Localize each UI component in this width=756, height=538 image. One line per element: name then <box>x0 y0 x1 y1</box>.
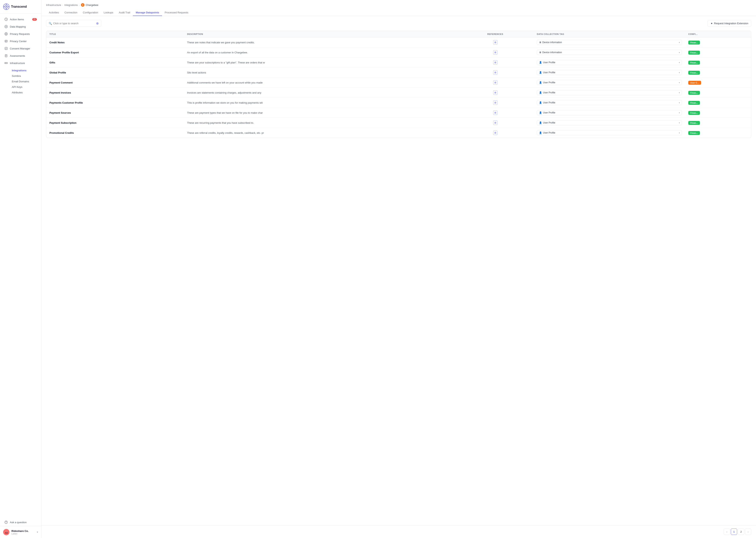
tab-connection[interactable]: Connection <box>62 10 80 16</box>
pagination-page-1[interactable]: 1 <box>731 528 737 535</box>
breadcrumb: Infrastructure › Integrations › C Charge… <box>46 3 751 7</box>
sidebar-item-privacy-center[interactable]: Privacy Center <box>1 38 40 45</box>
row-title: Payment Subscription <box>46 118 184 128</box>
pagination-prev[interactable]: ‹ <box>724 528 730 535</box>
sidebar-sub-api-keys[interactable]: API Keys <box>10 84 40 90</box>
reference-icon[interactable]: ⊞ <box>493 81 497 85</box>
ask-question-label: Ask a question <box>10 521 26 524</box>
reference-icon[interactable]: ⊞ <box>493 131 497 135</box>
search-input[interactable] <box>53 22 95 25</box>
config-badge[interactable]: Finan... <box>688 51 700 55</box>
table-row: Customer Profile Export An export of all… <box>46 47 751 58</box>
row-tag: 🖥 Device information ▾ <box>534 47 685 58</box>
row-description: An export of all the data on a customer … <box>184 47 457 58</box>
tab-manage-datapoints[interactable]: Manage Datapoints <box>133 10 162 16</box>
tab-configuration[interactable]: Configuration <box>80 10 101 16</box>
reference-icon[interactable]: ⊞ <box>493 40 497 44</box>
add-filter-button[interactable]: ⊕ <box>96 22 99 25</box>
config-badge[interactable]: Finan... <box>688 40 700 44</box>
config-badge[interactable]: Finan... <box>688 121 700 125</box>
sparkles-icon: ✦ <box>711 22 713 25</box>
reference-icon[interactable]: ⊞ <box>493 100 497 105</box>
row-title: Credit Notes <box>46 37 184 47</box>
tag-select-dropdown[interactable]: 👤 User Profile ▾ <box>537 110 682 115</box>
user-info: Rideshare Co. Ladan <box>11 529 35 535</box>
reference-icon[interactable]: ⊞ <box>493 90 497 95</box>
tag-icon: 👤 <box>539 71 542 74</box>
reference-icon[interactable]: ⊞ <box>493 121 497 125</box>
tag-icon: 👤 <box>539 61 542 64</box>
tab-audit-trail[interactable]: Audit Trail <box>116 10 133 16</box>
sidebar-item-action-items[interactable]: Action Items 21 <box>1 16 40 23</box>
tab-processed-requests[interactable]: Processed Requests <box>162 10 191 16</box>
tag-icon: 👤 <box>539 101 542 104</box>
reference-icon[interactable]: ⊞ <box>493 111 497 115</box>
row-tag: 👤 User Profile ▾ <box>534 68 685 78</box>
sidebar-item-consent-manager[interactable]: Consent Manager <box>1 45 40 52</box>
tab-lookups[interactable]: Lookups <box>101 10 116 16</box>
infrastructure-icon <box>4 61 8 65</box>
tag-label: User Profile <box>543 121 555 124</box>
sidebar-item-infrastructure[interactable]: Infrastructure <box>1 60 40 67</box>
tag-select-dropdown[interactable]: 👤 User Profile ▾ <box>537 90 682 95</box>
config-badge[interactable]: Finan... <box>688 131 700 135</box>
svg-point-16 <box>6 523 6 523</box>
breadcrumb-infrastructure[interactable]: Infrastructure <box>46 4 61 7</box>
tag-select-dropdown[interactable]: 👤 User Profile ▾ <box>537 130 682 135</box>
config-badge[interactable]: Finan... <box>688 71 700 75</box>
privacy-requests-icon <box>4 32 8 36</box>
user-name: Ladan <box>11 532 35 535</box>
tag-select-dropdown[interactable]: 👤 User Profile ▾ <box>537 100 682 105</box>
tag-icon: 👤 <box>539 111 542 114</box>
data-mapping-icon <box>4 25 8 28</box>
row-config: Finan... <box>685 128 751 138</box>
search-box[interactable]: 🔍 ⊕ <box>46 20 101 27</box>
row-description: These are your subscriptions to a "gift … <box>184 58 457 68</box>
sidebar-sub-attributes[interactable]: Attributes <box>10 90 40 95</box>
row-title: Gifts <box>46 58 184 68</box>
sidebar-email-domains-label: Email Domains <box>12 80 29 83</box>
ask-question-button[interactable]: Ask a question <box>1 519 40 526</box>
reference-icon[interactable]: ⊞ <box>493 70 497 75</box>
sidebar-item-privacy-requests[interactable]: Privacy Requests <box>1 30 40 37</box>
config-badge[interactable]: Finan... <box>688 91 700 95</box>
col-description: DESCRIPTION <box>184 31 457 37</box>
config-badge[interactable]: Finan... <box>688 111 700 115</box>
tag-select-dropdown[interactable]: 👤 User Profile ▾ <box>537 70 682 75</box>
request-extension-button[interactable]: ✦ Request Integration Extension <box>708 20 751 27</box>
config-badge[interactable]: User C... <box>688 81 701 85</box>
col-title: TITLE <box>46 31 184 37</box>
sidebar-item-assessments[interactable]: Assessments <box>1 52 40 59</box>
tag-select-dropdown[interactable]: 👤 User Profile ▾ <box>537 120 682 125</box>
tag-chevron-icon: ▾ <box>679 62 680 64</box>
tag-icon: 👤 <box>539 91 542 94</box>
sidebar-footer[interactable]: 🚗 Rideshare Co. Ladan ▾ <box>0 526 41 538</box>
row-references: ⊞ <box>457 108 534 118</box>
main-content: Infrastructure › Integrations › C Charge… <box>41 0 756 538</box>
table-row: Payment Sources These are payment types … <box>46 108 751 118</box>
pagination-page-2[interactable]: 2 <box>738 528 744 535</box>
table-row: Payments Customer Profile This is profil… <box>46 98 751 108</box>
tab-activities[interactable]: Activities <box>46 10 62 16</box>
sidebar-sub-sombra[interactable]: Sombra <box>10 73 40 79</box>
sidebar-sub-email-domains[interactable]: Email Domains <box>10 79 40 84</box>
reference-icon[interactable]: ⊞ <box>493 60 497 65</box>
breadcrumb-integrations[interactable]: Integrations <box>64 4 78 7</box>
search-icon: 🔍 <box>49 22 52 25</box>
sidebar-sub-integrations[interactable]: Integrations <box>10 68 40 73</box>
reference-icon[interactable]: ⊞ <box>493 50 497 55</box>
breadcrumb-chargebee: C Chargebee <box>81 3 98 7</box>
pagination-next[interactable]: › <box>745 528 751 535</box>
row-tag: 👤 User Profile ▾ <box>534 88 685 98</box>
sidebar-item-data-mapping[interactable]: Data Mapping <box>1 23 40 30</box>
svg-point-10 <box>6 33 7 34</box>
tag-select-dropdown[interactable]: 🖥 Device information ▾ <box>537 40 682 45</box>
config-badge[interactable]: Finan... <box>688 101 700 105</box>
tag-select-dropdown[interactable]: 🖥 Device information ▾ <box>537 50 682 55</box>
topbar: Infrastructure › Integrations › C Charge… <box>41 0 756 16</box>
row-references: ⊞ <box>457 78 534 88</box>
config-badge[interactable]: Finan... <box>688 61 700 65</box>
tabs-nav: Activities Connection Configuration Look… <box>46 10 751 16</box>
tag-select-dropdown[interactable]: 👤 User Profile ▾ <box>537 60 682 65</box>
tag-select-dropdown[interactable]: 👤 User Profile ▾ <box>537 80 682 85</box>
